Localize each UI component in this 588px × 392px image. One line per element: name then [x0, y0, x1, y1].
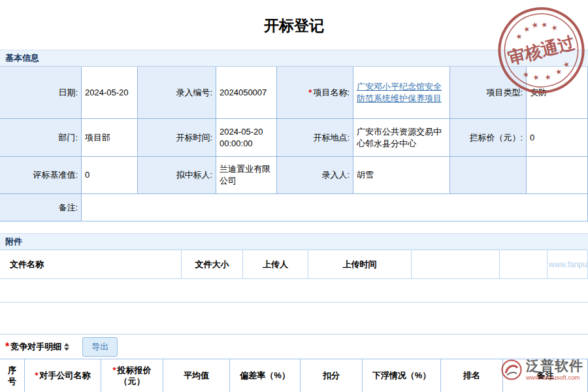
field-project-name-value: 广安邓小平纪念馆安全防范系统维护保养项目 [353, 67, 450, 119]
section-header-attachments: 附件 [0, 233, 588, 250]
field-eval-base-label: 评标基准值: [0, 157, 82, 194]
field-remark-label: 备注: [0, 194, 82, 221]
basic-info-title: 基本信息 [5, 52, 39, 64]
empty-label-cell [450, 157, 527, 194]
competitors-col-company: *对手公司名称 [25, 359, 101, 392]
page: 开标登记 审核通过 ★ ★ ★ ★ ★ ★ ★ ★ ★ ★ 基本信息 [0, 0, 588, 392]
field-date-value: 2024-05-20 [82, 67, 138, 119]
field-eval-base-value: 0 [82, 157, 138, 194]
competitors-col-remark: 备注 [503, 359, 588, 392]
required-marker: * [308, 87, 312, 99]
field-project-type-value: 安防 [527, 67, 588, 119]
required-marker: * [35, 370, 38, 380]
competitors-title: 竞争对手明细 [10, 341, 61, 353]
attachments-col-upload-time: 上传时间 [308, 250, 412, 279]
field-block-price-label: 拦标价（元）: [450, 119, 527, 157]
field-open-time-value: 2024-05-20 00:00:00 [216, 119, 277, 157]
competitors-col-index: 序号 [0, 359, 25, 392]
field-project-type-label: 项目类型: [450, 67, 527, 119]
field-entry-no-value: 2024050007 [216, 67, 277, 119]
field-block-price-value: 0 [527, 119, 588, 157]
field-proposed-winner-value: 兰迪置业有限公司 [216, 157, 277, 194]
field-remark-value [82, 194, 588, 221]
field-proposed-winner-label: 拟中标人: [138, 157, 216, 194]
attachments-col-empty [547, 250, 588, 279]
export-button[interactable]: 导出 [82, 337, 118, 357]
field-project-name-label: *项目名称: [277, 67, 353, 119]
attachments-empty-row [0, 279, 588, 302]
competitors-col-bid-price: *投标报价（元） [101, 359, 163, 392]
attachments-title: 附件 [5, 236, 22, 248]
page-title: 开标登记 [0, 0, 588, 50]
required-marker: * [5, 341, 9, 353]
competitors-table: 序号 *对手公司名称 *投标报价（元） 平均值 偏差率（%） 扣分 下浮情况（%… [0, 359, 588, 392]
field-recorder-value: 胡雪 [353, 157, 450, 194]
attachments-col-file-name: 文件名称 [0, 250, 182, 279]
competitors-col-float-down: 下浮情况（%） [363, 359, 441, 392]
field-open-time-label: 开标时间: [138, 119, 216, 157]
competitors-col-rank: 排名 [441, 359, 503, 392]
project-name-link[interactable]: 广安邓小平纪念馆安全防范系统维护保养项目 [357, 81, 446, 104]
section-header-basic-info: 基本信息 [0, 50, 588, 67]
empty-value-cell [527, 157, 588, 194]
attachments-col-uploader: 上传人 [243, 250, 308, 279]
competitors-col-deviation: 偏差率（%） [230, 359, 301, 392]
competitors-col-average: 平均值 [163, 359, 230, 392]
competitors-section-header: * 竞争对手明细 导出 [0, 334, 588, 359]
attachments-col-empty [500, 250, 547, 279]
competitors-col-deduction: 扣分 [301, 359, 363, 392]
sort-icon[interactable] [64, 343, 69, 351]
field-department-label: 部门: [0, 119, 82, 157]
attachments-col-file-size: 文件大小 [182, 250, 243, 279]
basic-info-table: 日期: 2024-05-20 录入编号: 2024050007 *项目名称: 广… [0, 67, 588, 221]
field-date-label: 日期: [0, 67, 82, 119]
attachments-table: 文件名称 文件大小 上传人 上传时间 [0, 250, 588, 302]
field-entry-no-label: 录入编号: [138, 67, 216, 119]
field-open-place-value: 广安市公共资源交易中心邻水县分中心 [353, 119, 450, 157]
required-marker: * [112, 365, 116, 375]
field-open-place-label: 开标地点: [277, 119, 353, 157]
field-recorder-label: 录入人: [277, 157, 353, 194]
field-department-value: 项目部 [82, 119, 138, 157]
attachments-col-empty [412, 250, 500, 279]
